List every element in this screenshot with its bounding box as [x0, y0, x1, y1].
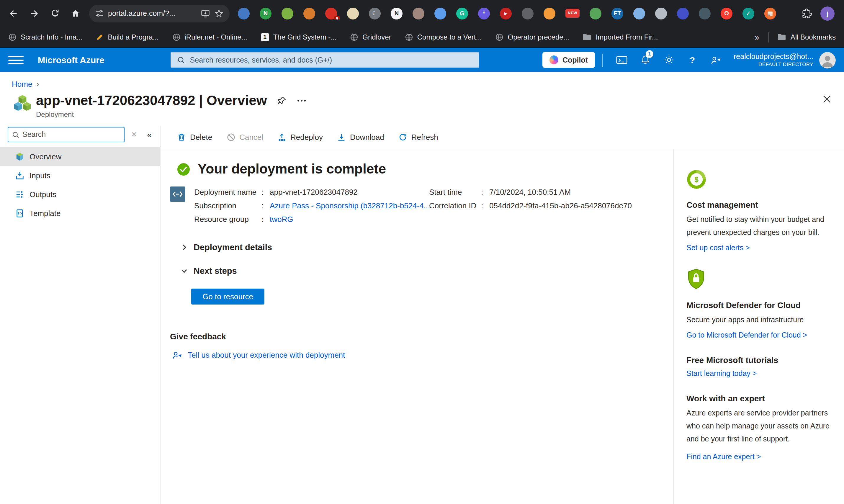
- ellipsis-icon: [297, 99, 307, 102]
- folder-icon: [583, 33, 592, 41]
- resource-group-row: Resource group : twoRG: [194, 213, 429, 226]
- more-button[interactable]: [297, 99, 307, 102]
- collapse-sidebar-button[interactable]: «: [143, 129, 155, 141]
- account-info[interactable]: realcloudprojects@hot... DEFAULT DIRECTO…: [734, 53, 813, 67]
- breadcrumb-home-link[interactable]: Home: [12, 80, 32, 89]
- deployment-details-expander[interactable]: Deployment details: [181, 242, 656, 252]
- sidebar-item-inputs[interactable]: Inputs: [0, 166, 160, 185]
- home-button[interactable]: [67, 4, 84, 22]
- cancel-icon: [226, 133, 235, 142]
- extension-icon[interactable]: [347, 7, 359, 19]
- extension-icon[interactable]: *: [478, 7, 490, 19]
- cancel-button[interactable]: Cancel: [219, 126, 270, 149]
- gear-icon: [664, 55, 674, 65]
- sidebar-search[interactable]: [8, 127, 125, 142]
- sidebar-item-overview[interactable]: Overview: [0, 147, 160, 166]
- extension-icon[interactable]: [543, 7, 555, 19]
- sidebar-item-outputs[interactable]: Outputs: [0, 185, 160, 204]
- extension-icon[interactable]: NEW: [565, 9, 579, 18]
- forward-button[interactable]: [25, 4, 43, 22]
- azure-topbar-right: Copilot 1 ? realcloudprojects@hot... DEF…: [542, 52, 836, 68]
- arm-deployment-icon: [170, 186, 185, 226]
- extension-icon[interactable]: ✓: [742, 7, 754, 19]
- extension-icon[interactable]: ☾: [369, 7, 381, 19]
- install-app-icon[interactable]: [201, 8, 210, 18]
- extension-icon[interactable]: [699, 7, 711, 19]
- address-bar[interactable]: portal.azure.com/?...: [89, 4, 230, 22]
- bookmark-item[interactable]: Compose to a Vert...: [405, 33, 482, 41]
- extensions-puzzle-icon[interactable]: [802, 8, 812, 19]
- extension-icon[interactable]: G: [456, 7, 468, 19]
- copilot-button[interactable]: Copilot: [542, 52, 595, 68]
- all-bookmarks-button[interactable]: All Bookmarks: [778, 33, 836, 41]
- extensions-row: N9☾NG*▸NEWFTO✓▦: [238, 7, 802, 19]
- bookmark-item[interactable]: iRuler.net - Online...: [172, 33, 247, 41]
- site-settings-icon[interactable]: [95, 9, 104, 18]
- settings-button[interactable]: [657, 52, 681, 68]
- pin-button[interactable]: [278, 96, 287, 105]
- notifications-button[interactable]: 1: [633, 52, 657, 68]
- extension-icon[interactable]: N: [260, 7, 271, 19]
- extension-icon[interactable]: ▸: [500, 7, 512, 19]
- extension-icon[interactable]: [413, 7, 424, 19]
- close-blade-button[interactable]: [822, 93, 832, 106]
- browser-window: portal.azure.com/?... N9☾NG*▸NEWFTO✓▦ j …: [0, 0, 844, 504]
- extension-icon[interactable]: [522, 7, 534, 19]
- home-icon: [70, 8, 81, 19]
- url-text[interactable]: portal.azure.com/?...: [108, 9, 197, 17]
- defender-card: Microsoft Defender for Cloud Secure your…: [686, 268, 839, 340]
- bookmark-item[interactable]: Imported From Fir...: [583, 33, 658, 41]
- hamburger-menu-button[interactable]: [8, 52, 24, 68]
- extension-icon[interactable]: [434, 7, 446, 19]
- download-icon: [337, 133, 346, 142]
- extension-icon[interactable]: [677, 7, 689, 19]
- extension-icon[interactable]: [282, 7, 293, 19]
- azure-brand[interactable]: Microsoft Azure: [38, 55, 105, 65]
- sidebar-item-template[interactable]: Template: [0, 204, 160, 222]
- extension-icon[interactable]: FT: [611, 7, 623, 19]
- bookmarks-overflow-button[interactable]: »: [755, 32, 759, 42]
- feedback-button[interactable]: [704, 52, 728, 68]
- bookmark-item[interactable]: Scratch Info - Ima...: [8, 33, 82, 41]
- refresh-button[interactable]: Refresh: [391, 126, 445, 149]
- bookmark-star-icon[interactable]: [214, 8, 224, 18]
- extension-icon[interactable]: [590, 7, 601, 19]
- cloud-shell-button[interactable]: [610, 52, 633, 68]
- bookmark-item[interactable]: Gridlover: [350, 33, 391, 41]
- delete-button[interactable]: Delete: [170, 126, 219, 149]
- resource-group-link[interactable]: twoRG: [270, 215, 293, 224]
- extension-icon[interactable]: 9: [325, 7, 337, 19]
- extension-icon[interactable]: [238, 7, 250, 19]
- redeploy-button[interactable]: Redeploy: [270, 126, 330, 149]
- find-expert-link[interactable]: Find an Azure expert >: [686, 453, 761, 461]
- browser-profile-avatar[interactable]: j: [820, 6, 834, 20]
- info-column-1: Deployment name : app-vnet-1720623047892…: [194, 185, 429, 226]
- bookmark-item[interactable]: 1The Grid System -...: [261, 33, 337, 41]
- extension-icon[interactable]: O: [721, 7, 733, 19]
- extension-icon[interactable]: N: [391, 7, 402, 19]
- global-search-input[interactable]: [190, 56, 473, 64]
- extension-icon[interactable]: [655, 7, 667, 19]
- bookmark-item[interactable]: Build a Progra...: [96, 33, 159, 41]
- clear-search-button[interactable]: ✕: [129, 129, 139, 140]
- go-to-resource-button[interactable]: Go to resource: [191, 289, 265, 305]
- defender-link[interactable]: Go to Microsoft Defender for Cloud >: [686, 331, 807, 339]
- download-button[interactable]: Download: [330, 126, 391, 149]
- help-button[interactable]: ?: [681, 52, 704, 68]
- sidebar-search-input[interactable]: [22, 130, 121, 139]
- subscription-link[interactable]: Azure Pass - Sponsorship (b328712b-b524-…: [270, 201, 430, 210]
- extension-icon[interactable]: [633, 7, 645, 19]
- start-learning-link[interactable]: Start learning today >: [686, 370, 757, 378]
- feedback-link[interactable]: Tell us about your experience with deplo…: [172, 350, 656, 359]
- next-steps-expander[interactable]: Next steps: [181, 266, 656, 276]
- reload-button[interactable]: [46, 4, 64, 22]
- bookmark-item[interactable]: Operator precede...: [496, 33, 569, 41]
- globe-icon: [405, 33, 413, 41]
- extension-icon[interactable]: ▦: [764, 7, 776, 19]
- back-button[interactable]: [5, 4, 22, 22]
- extension-icon[interactable]: [303, 7, 315, 19]
- global-search[interactable]: [170, 52, 479, 68]
- set-up-cost-alerts-link[interactable]: Set up cost alerts >: [686, 244, 750, 252]
- account-avatar[interactable]: [819, 52, 836, 68]
- main-row: Your deployment is complete Deployment n…: [161, 149, 844, 504]
